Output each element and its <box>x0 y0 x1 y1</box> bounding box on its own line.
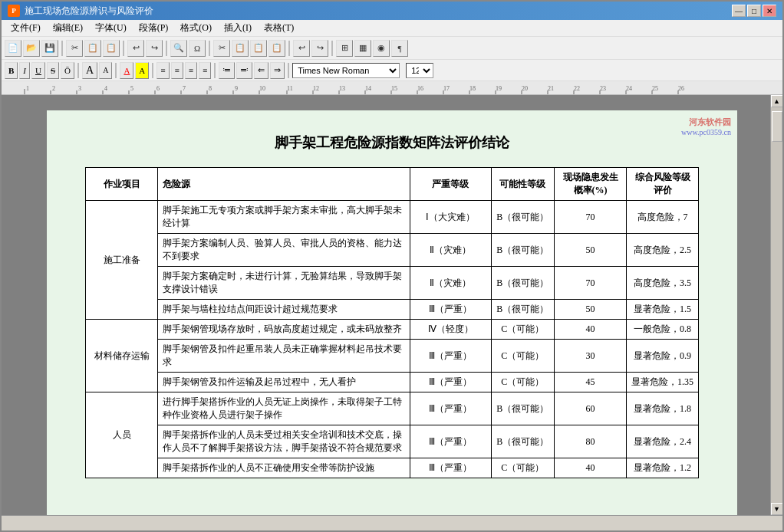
rate-cell: 50 <box>555 234 627 267</box>
ruler: 1 2 3 4 5 6 7 8 9 10 11 12 13 1 <box>2 81 782 95</box>
maximize-button[interactable]: □ <box>747 5 761 17</box>
possibility-cell: B（很可能） <box>491 425 554 458</box>
paste-button[interactable]: 📋 <box>103 40 120 57</box>
tb-redo2[interactable]: ↪ <box>311 40 328 57</box>
tb-copy2[interactable]: 📋 <box>232 40 249 57</box>
rate-cell: 40 <box>555 458 627 478</box>
open-button[interactable]: 📂 <box>23 40 40 57</box>
tb-paste2[interactable]: 📋 <box>250 40 267 57</box>
indent-more-button[interactable]: ⇒ <box>270 62 285 79</box>
italic-button[interactable]: I <box>19 62 30 79</box>
svg-text:26: 26 <box>678 85 684 92</box>
special-char-button[interactable]: Ω <box>189 40 206 57</box>
title-bar: P 施工现场危险源辨识与风险评价 — □ ✕ <box>2 2 782 20</box>
title-controls: — □ ✕ <box>732 5 776 17</box>
rate-cell: 70 <box>555 201 627 234</box>
indent-less-button[interactable]: ⇐ <box>254 62 268 79</box>
save-button[interactable]: 💾 <box>41 40 58 57</box>
menu-font[interactable]: 字体(U) <box>89 20 133 36</box>
strikethrough-button[interactable]: S <box>47 62 59 79</box>
align-justify-button[interactable]: ≡ <box>199 62 211 79</box>
fmt-sep-5 <box>288 63 289 78</box>
risk-cell: 显著危险，1.8 <box>627 392 699 425</box>
tb-cut2[interactable]: ✂ <box>213 40 230 57</box>
cut-button[interactable]: ✂ <box>66 40 83 57</box>
rate-cell: 40 <box>555 320 627 340</box>
svg-text:8: 8 <box>209 85 212 92</box>
scroll-up-button[interactable]: ▲ <box>771 95 783 107</box>
menu-edit[interactable]: 编辑(E) <box>47 20 89 36</box>
table-button[interactable]: ⊞ <box>336 40 353 57</box>
severity-cell: Ⅲ（严重） <box>410 373 492 392</box>
rate-cell: 45 <box>555 373 627 392</box>
font-size-down-button[interactable]: A <box>99 62 112 79</box>
risk-cell: 显著危险，0.9 <box>627 340 699 373</box>
scroll-thumb[interactable] <box>772 111 782 142</box>
redo-button[interactable]: ↪ <box>146 40 163 57</box>
align-center-button[interactable]: ≡ <box>171 62 183 79</box>
close-button[interactable]: ✕ <box>763 5 776 17</box>
hazard-cell: 脚手架钢管现场存放时，码放高度超过规定，或未码放整齐 <box>158 320 410 340</box>
grid-button[interactable]: ▦ <box>354 40 371 57</box>
list-bullet-button[interactable]: ≔ <box>219 62 235 79</box>
risk-cell: 高度危险，3.5 <box>627 267 699 300</box>
risk-cell: 显著危险，1.2 <box>627 458 699 478</box>
font-color-button[interactable]: A <box>120 62 133 79</box>
svg-text:7: 7 <box>183 85 186 92</box>
new-button[interactable]: 📄 <box>5 40 21 57</box>
fmt-sep-1 <box>77 63 79 78</box>
svg-text:23: 23 <box>600 85 606 92</box>
svg-text:13: 13 <box>339 85 345 92</box>
document-page: 河东软件园 www.pc0359.cn 脚手架工程危险源指数矩阵法评价结论 作业… <box>47 110 737 515</box>
copy-button[interactable]: 📋 <box>84 40 101 57</box>
circle-button[interactable]: ◉ <box>373 40 390 57</box>
toolbar-sep-2 <box>123 41 124 56</box>
tb-paste3[interactable]: 📋 <box>268 40 285 57</box>
svg-text:10: 10 <box>259 85 265 92</box>
svg-text:24: 24 <box>626 85 632 92</box>
undo-button[interactable]: ↩ <box>127 40 144 57</box>
possibility-cell: C（可能） <box>491 340 554 373</box>
fmt-sep-3 <box>152 63 153 78</box>
possibility-cell: C（可能） <box>491 373 554 392</box>
hazard-cell: 进行脚手架搭拆作业的人员无证上岗操作，未取得架子工特种作业资格人员进行架子操作 <box>158 392 410 425</box>
possibility-cell: B（很可能） <box>491 300 554 320</box>
svg-text:14: 14 <box>365 85 371 92</box>
minimize-button[interactable]: — <box>732 5 746 17</box>
project-cell: 施工准备 <box>86 201 158 320</box>
font-size-select[interactable]: 12 10 14 18 <box>406 63 433 78</box>
align-right-button[interactable]: ≡ <box>185 62 197 79</box>
tb-undo2[interactable]: ↩ <box>293 40 310 57</box>
highlight-button[interactable]: A <box>135 62 149 79</box>
menu-format[interactable]: 格式(O) <box>174 20 218 36</box>
hazard-cell: 脚手架方案确定时，未进行计算，无验算结果，导致脚手架支撑设计错误 <box>158 267 410 300</box>
overline-button[interactable]: Ō <box>61 62 74 79</box>
svg-text:11: 11 <box>287 85 293 92</box>
svg-text:17: 17 <box>443 85 450 92</box>
risk-cell: 一般危险，0.8 <box>627 320 699 340</box>
possibility-cell: B（很可能） <box>491 267 554 300</box>
menu-insert[interactable]: 插入(I) <box>218 20 258 36</box>
scroll-down-button[interactable]: ▼ <box>771 503 783 515</box>
menu-paragraph[interactable]: 段落(P) <box>133 20 175 36</box>
rate-cell: 50 <box>555 300 627 320</box>
hazard-cell: 脚手架钢管及扣件起重吊装人员未正确掌握材料起吊技术要求 <box>158 340 410 373</box>
menu-file[interactable]: 文件(F) <box>5 20 47 36</box>
find-button[interactable]: 🔍 <box>170 40 187 57</box>
scroll-track[interactable] <box>771 107 783 503</box>
possibility-cell: B（很可能） <box>491 201 554 234</box>
font-name-select[interactable]: Times New Roman SimSun Arial <box>292 63 400 78</box>
list-number-button[interactable]: ≕ <box>236 62 252 79</box>
risk-cell: 高度危险，7 <box>627 201 699 234</box>
svg-text:1: 1 <box>26 85 29 92</box>
window-title: 施工现场危险源辨识与风险评价 <box>25 5 153 18</box>
underline-button[interactable]: U <box>31 62 45 79</box>
bold-button[interactable]: B <box>5 62 18 79</box>
para-button[interactable]: ¶ <box>391 40 408 57</box>
project-cell: 人员 <box>86 392 158 478</box>
font-size-up-button[interactable]: A <box>82 62 97 79</box>
header-risk: 综合风险等级评价 <box>627 168 699 201</box>
toolbar-sep-6 <box>331 41 333 56</box>
menu-table[interactable]: 表格(T) <box>258 20 300 36</box>
align-left-button[interactable]: ≡ <box>156 62 169 79</box>
